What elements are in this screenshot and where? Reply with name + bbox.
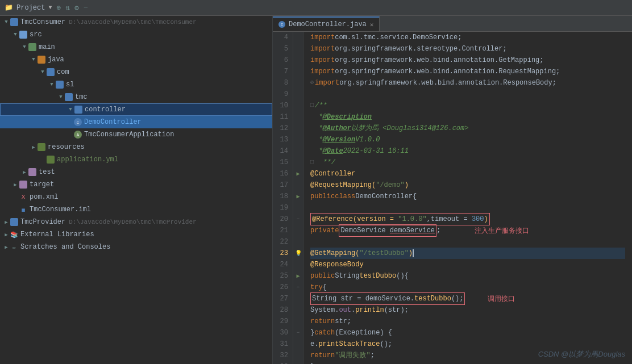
dropdown-arrow[interactable]: ▼	[48, 5, 52, 11]
code-line-8: ⊘ import org.springframework.web.bind.an…	[310, 77, 625, 89]
label-scratches: Scratches and Consoles	[20, 243, 110, 251]
arrow-appyml	[39, 156, 47, 164]
code-editor[interactable]: 4 5 6 7 8 9 10 11 12 13 14 15 16 17 18 1…	[273, 32, 632, 364]
code-line-21: private DemoService demoService ; 注入生产服务…	[310, 225, 625, 236]
tree-item-pomxml[interactable]: X pom.xml	[0, 191, 272, 203]
arrow-src	[11, 31, 19, 39]
arrow-test	[20, 168, 28, 176]
code-line-25: public String testDubbo(){	[310, 270, 625, 282]
tab-close-button[interactable]: ✕	[370, 21, 374, 28]
label-resources: resources	[48, 143, 85, 151]
tree-item-java[interactable]: java	[0, 53, 272, 66]
arrow-tmcapp	[66, 131, 74, 139]
fold-icon-30[interactable]: −	[297, 330, 300, 336]
label-com: com	[57, 68, 69, 76]
code-line-6: import org.springframework.web.bind.anno…	[310, 55, 625, 66]
tree-item-tmciml[interactable]: ◼ TmcConsumer.iml	[0, 203, 272, 216]
folder-icon-test	[28, 168, 36, 176]
run-method-icon[interactable]: ▶	[296, 273, 300, 279]
label-target: target	[30, 181, 54, 189]
code-line-17: @RequestMapping("/demo")	[310, 179, 625, 191]
label-extlibs: External Libraries	[20, 231, 94, 239]
editor-tabs: c DemoController.java ✕	[273, 16, 632, 32]
main-container: TmcConsumer D:\JavaCode\MyDemo\tmc\TmcCo…	[0, 16, 632, 364]
tree-item-main[interactable]: main	[0, 41, 272, 53]
tree-item-tmcprovider[interactable]: TmcProvider D:\JavaCode\MyDemo\tmc\TmcPr…	[0, 216, 272, 228]
add-icon[interactable]: ⊕	[56, 3, 61, 12]
iml-file-icon: ◼	[19, 206, 27, 214]
code-line-14: * @Date 2022-03-31 16:11	[310, 145, 625, 157]
label-tmcprovider: TmcProvider	[20, 218, 65, 226]
tree-item-target[interactable]: target	[0, 178, 272, 191]
bulb-icon-23[interactable]: 💡	[295, 250, 302, 257]
arrow-tmcprovider	[2, 218, 10, 226]
xml-file-icon: X	[19, 194, 27, 200]
code-line-9	[310, 89, 625, 100]
cursor	[413, 249, 414, 257]
label-controller: controller	[85, 106, 126, 114]
folder-icon-controller	[74, 106, 82, 114]
arrow-extlibs	[2, 231, 10, 239]
code-line-23: @GetMapping("/testDubbo")	[310, 248, 625, 259]
folder-icon-main	[28, 43, 36, 51]
code-line-33: }	[310, 361, 625, 364]
code-line-30: } catch (Exception e) {	[310, 327, 625, 338]
label-test: test	[39, 168, 55, 176]
arrow-controller	[66, 106, 74, 114]
sync-icon[interactable]: ⇅	[65, 3, 70, 12]
code-line-13: * @Version V1.0.0	[310, 134, 625, 145]
code-line-20: @Reference(version = "1.0.0",timeout = 3…	[310, 214, 625, 225]
module-icon-tmcconsumer	[10, 18, 18, 26]
fold-icon-26[interactable]: −	[297, 284, 300, 290]
annotation-inject: 注入生产服务接口	[475, 225, 529, 236]
code-line-4: import com.sl.tmc.service.DemoService;	[310, 32, 625, 43]
code-line-31: e.printStackTrace();	[310, 338, 625, 350]
tree-item-sl[interactable]: sl	[0, 78, 272, 91]
folder-icon-tmc	[65, 93, 73, 101]
label-java: java	[48, 56, 64, 64]
tab-democontroller[interactable]: c DemoController.java ✕	[273, 16, 380, 31]
label-sl: sl	[66, 81, 74, 89]
code-line-16: @Controller	[310, 168, 625, 179]
line-numbers: 4 5 6 7 8 9 10 11 12 13 14 15 16 17 18 1…	[273, 32, 293, 364]
code-line-28: System.out.println(str);	[310, 304, 625, 316]
path-tmcprovider: D:\JavaCode\MyDemo\tmc\TmcProvider	[69, 219, 196, 225]
editor-area: c DemoController.java ✕ 4 5 6 7 8 9 10 1…	[273, 16, 632, 364]
folder-icon: 📁	[5, 3, 13, 12]
code-content: import com.sl.tmc.service.DemoService; i…	[303, 32, 632, 364]
tree-item-tmcconsumer[interactable]: TmcConsumer D:\JavaCode\MyDemo\tmc\TmcCo…	[0, 16, 272, 28]
gutter-icons: ▶ ▶ − 💡 ▶ − −	[293, 32, 303, 364]
tree-item-extlibs[interactable]: 📚 External Libraries	[0, 228, 272, 241]
tree-item-scratches[interactable]: ✏ Scratches and Consoles	[0, 241, 272, 253]
tree-item-resources[interactable]: resources	[0, 141, 272, 153]
toolbar-icons: ⊕ ⇅ ⚙ −	[56, 3, 88, 12]
java-file-icon-democontroller: c	[74, 118, 82, 126]
label-main: main	[39, 43, 55, 51]
folder-icon-target	[19, 181, 27, 189]
java-file-icon-tmcapp: A	[74, 131, 82, 139]
label-democontroller: DemoController	[84, 118, 142, 126]
code-line-27: String str = demoService.testDubbo(); 调用…	[310, 293, 625, 304]
tree-item-tmc[interactable]: tmc	[0, 91, 272, 103]
folder-icon-java	[38, 56, 45, 64]
tree-item-appyml[interactable]: application.yml	[0, 153, 272, 166]
run-class-icon[interactable]: ▶	[296, 193, 300, 200]
minimize-icon[interactable]: −	[84, 3, 88, 12]
tree-item-src[interactable]: src	[0, 28, 272, 41]
run-gutter-icon[interactable]: ▶	[296, 170, 300, 177]
tree-item-test[interactable]: test	[0, 166, 272, 178]
label-tmciml: TmcConsumer.iml	[30, 206, 91, 214]
tree-item-controller[interactable]: controller	[0, 103, 272, 116]
arrow-com	[39, 68, 47, 76]
arrow-resources	[30, 143, 38, 151]
label-appyml: application.yml	[57, 156, 118, 164]
tree-item-tmcapp[interactable]: A TmcConsumerApplication	[0, 128, 272, 141]
label-tmcapp: TmcConsumerApplication	[84, 131, 174, 139]
project-title: Project	[16, 4, 45, 12]
folder-icon-resources	[38, 143, 45, 151]
tree-item-democontroller[interactable]: c DemoController	[0, 116, 272, 128]
settings-icon[interactable]: ⚙	[74, 3, 79, 12]
tree-item-com[interactable]: com	[0, 66, 272, 78]
code-line-26: try {	[310, 282, 625, 293]
fold-icon-20[interactable]: −	[297, 216, 300, 222]
